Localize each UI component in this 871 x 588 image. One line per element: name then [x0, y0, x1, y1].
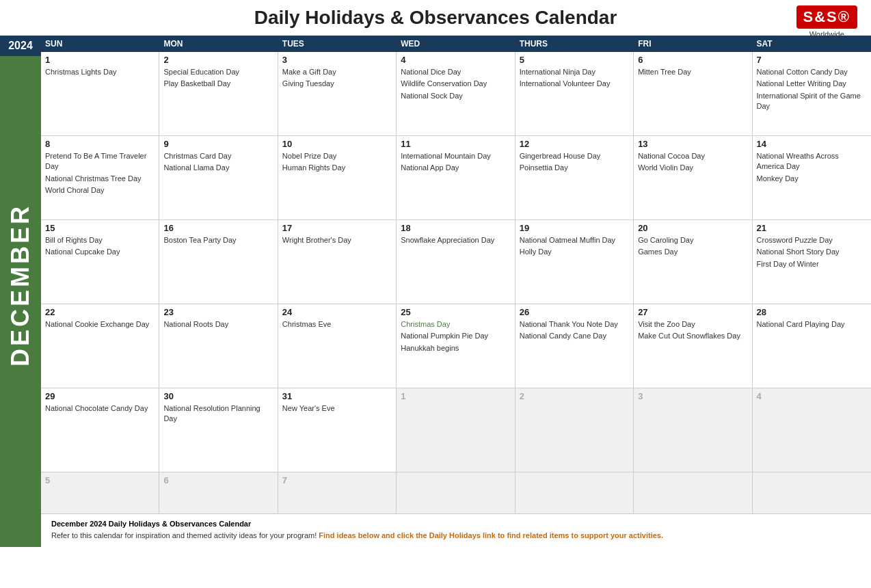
- cell-events: New Year's Eve: [282, 403, 392, 414]
- cell-number: 16: [163, 223, 273, 233]
- event-item: National Sock Day: [401, 91, 510, 101]
- logo-subtitle: Worldwide: [809, 30, 844, 38]
- event-item: Pretend To Be A Time Traveler Day: [45, 151, 155, 172]
- cal-cell-22: 22National Cookie Exchange Day: [41, 304, 159, 388]
- cell-events: National Thank You Note DayNational Cand…: [520, 319, 629, 342]
- calendar-grid: SUNMONTUESWEDTHURSFRISAT 1Christmas Ligh…: [41, 36, 871, 514]
- cal-cell-19: 19National Oatmeal Muffin DayHolly Day: [515, 220, 634, 304]
- event-item: International Spirit of the Game Day: [757, 91, 867, 112]
- bottom-cell-6: [753, 472, 871, 513]
- cal-cell-other3: 3: [634, 388, 752, 472]
- cell-number: 11: [401, 139, 510, 149]
- cal-cell-4: 4National Dice DayWildlife Conservation …: [397, 52, 515, 135]
- event-item: Christmas Lights Day: [45, 67, 155, 77]
- cal-cell-28: 28National Card Playing Day: [753, 304, 871, 388]
- event-item: Mitten Tree Day: [638, 67, 747, 77]
- bottom-overflow-row: 567: [41, 472, 871, 514]
- event-item: Crossword Puzzle Day: [757, 235, 867, 245]
- cell-events: International Mountain DayNational App D…: [401, 151, 510, 174]
- event-item: International Mountain Day: [401, 151, 510, 161]
- footer-link-text: Find ideas below and click the Daily Hol…: [319, 531, 663, 539]
- cal-cell-other4: 4: [753, 388, 871, 472]
- footer-content: December 2024 Daily Holidays & Observanc…: [41, 514, 871, 547]
- page-title: Daily Holidays & Observances Calendar: [254, 7, 617, 29]
- cell-events: National Roots Day: [163, 319, 273, 330]
- event-item: National Wreaths Across America Day: [757, 151, 867, 172]
- cell-events: Boston Tea Party Day: [163, 235, 273, 245]
- cell-number: 13: [638, 139, 747, 149]
- bottom-cell-1: 6: [159, 472, 278, 513]
- bottom-cell-3: [397, 472, 515, 513]
- cell-number: 1: [45, 55, 155, 65]
- event-item: International Ninja Day: [520, 67, 629, 77]
- day-header-mon: MON: [159, 36, 278, 52]
- cell-number: 2: [520, 391, 629, 401]
- calendar-wrapper: 2024 DECEMBER SUNMONTUESWEDTHURSFRISAT 1…: [0, 36, 871, 514]
- event-item: Gingerbread House Day: [520, 151, 629, 161]
- event-item: Wildlife Conservation Day: [401, 79, 510, 89]
- event-item: Special Education Day: [163, 67, 273, 77]
- cell-number: 23: [163, 307, 273, 317]
- cell-number: 22: [45, 307, 155, 317]
- year-label: 2024: [0, 36, 41, 56]
- cal-cell-1: 1Christmas Lights Day: [41, 52, 159, 135]
- cell-events: Wright Brother's Day: [282, 235, 392, 245]
- cell-number: 4: [757, 391, 867, 401]
- cell-number: 20: [638, 223, 747, 233]
- cell-events: Pretend To Be A Time Traveler DayNationa…: [45, 151, 155, 196]
- cal-cell-other1: 1: [397, 388, 515, 472]
- cell-number: 3: [282, 55, 392, 65]
- cell-events: National Cotton Candy DayNational Letter…: [757, 67, 867, 112]
- cell-number: 30: [163, 391, 273, 401]
- cell-events: Crossword Puzzle DayNational Short Story…: [757, 235, 867, 269]
- cell-number: 26: [520, 307, 629, 317]
- event-item: Snowflake Appreciation Day: [401, 235, 510, 245]
- cal-cell-10: 10Nobel Prize DayHuman Rights Day: [278, 136, 397, 219]
- cell-events: International Ninja DayInternational Vol…: [520, 67, 629, 90]
- event-item: First Day of Winter: [757, 259, 867, 269]
- cal-cell-27: 27Visit the Zoo DayMake Cut Out Snowflak…: [634, 304, 752, 388]
- bottom-cell-0: 5: [41, 472, 159, 513]
- cal-cell-30: 30National Resolution Planning Day: [159, 388, 278, 472]
- event-item: World Choral Day: [45, 185, 155, 196]
- cell-events: Christmas Card DayNational Llama Day: [163, 151, 273, 174]
- cell-number: 6: [638, 55, 747, 65]
- event-item: National Short Story Day: [757, 247, 867, 257]
- event-item: National Christmas Tree Day: [45, 174, 155, 184]
- cal-cell-5: 5International Ninja DayInternational Vo…: [515, 52, 634, 135]
- day-header-fri: FRI: [634, 36, 752, 52]
- day-header-sun: SUN: [41, 36, 159, 52]
- calendar-week-3: 15Bill of Rights DayNational Cupcake Day…: [41, 220, 871, 304]
- page-header: Daily Holidays & Observances Calendar S&…: [0, 0, 871, 36]
- cal-cell-11: 11International Mountain DayNational App…: [397, 136, 515, 219]
- cell-events: Make a Gift DayGiving Tuesday: [282, 67, 392, 90]
- cal-cell-16: 16Boston Tea Party Day: [159, 220, 278, 304]
- cell-number: 8: [45, 139, 155, 149]
- bottom-cell-5: [634, 472, 752, 513]
- cell-number: 28: [757, 307, 867, 317]
- cal-cell-29: 29National Chocolate Candy Day: [41, 388, 159, 472]
- cell-number: 5: [520, 55, 629, 65]
- cell-number: 5: [45, 475, 155, 485]
- cal-cell-15: 15Bill of Rights DayNational Cupcake Day: [41, 220, 159, 304]
- cal-cell-12: 12Gingerbread House DayPoinsettia Day: [515, 136, 634, 219]
- cal-cell-23: 23National Roots Day: [159, 304, 278, 388]
- bottom-cell-4: [515, 472, 634, 513]
- event-item: Make a Gift Day: [282, 67, 392, 77]
- cell-number: 21: [757, 223, 867, 233]
- event-item: Poinsettia Day: [520, 163, 629, 173]
- cal-cell-6: 6Mitten Tree Day: [634, 52, 752, 135]
- cell-events: Christmas Eve: [282, 319, 392, 330]
- event-item: National Cookie Exchange Day: [45, 319, 155, 330]
- cell-number: 19: [520, 223, 629, 233]
- cal-cell-9: 9Christmas Card DayNational Llama Day: [159, 136, 278, 219]
- cell-events: National Resolution Planning Day: [163, 403, 273, 425]
- cal-cell-20: 20Go Caroling DayGames Day: [634, 220, 752, 304]
- cell-events: Special Education DayPlay Basketball Day: [163, 67, 273, 90]
- event-item: Bill of Rights Day: [45, 235, 155, 245]
- event-item: National Candy Cane Day: [520, 331, 629, 341]
- cell-events: National Cookie Exchange Day: [45, 319, 155, 330]
- cell-events: Snowflake Appreciation Day: [401, 235, 510, 245]
- cell-number: 4: [401, 55, 510, 65]
- event-item: National Pumpkin Pie Day: [401, 331, 510, 341]
